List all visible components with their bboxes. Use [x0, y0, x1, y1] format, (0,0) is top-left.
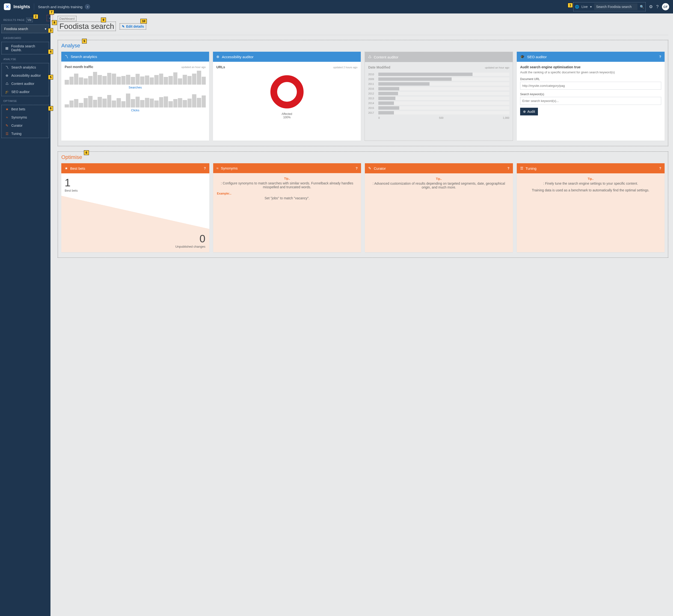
pulse-icon: 〽	[65, 54, 68, 59]
graduation-icon: 🎓	[520, 54, 525, 59]
star-icon: ★	[5, 107, 9, 111]
sidebar-item-accessibility[interactable]: ⊕Accessibility auditor	[2, 71, 49, 79]
sidebar-item-curator[interactable]: ✎Curator	[2, 122, 49, 130]
view-label[interactable]: Vie 2	[26, 18, 33, 22]
accessibility-icon: ⊕	[5, 73, 9, 77]
page-title: Foodista search	[59, 22, 114, 30]
pulse-icon: 〽	[5, 65, 9, 69]
section-heading-analyse: Analyse 5	[61, 42, 80, 49]
help-icon[interactable]: ?	[659, 166, 661, 170]
annotation-7: 7	[49, 10, 54, 15]
help-icon[interactable]: ?	[659, 55, 661, 59]
hbar-chart: 201020092011201620122013201420152017	[368, 72, 509, 115]
annotation-3: 3	[48, 28, 53, 33]
live-search-group: 1 🌐 Live ▾ 🔍	[573, 2, 646, 11]
section-heading-optimise: Optimise 6	[61, 154, 82, 160]
search-icon[interactable]: 🔍	[640, 5, 644, 9]
svg-point-0	[274, 78, 300, 105]
sidebar-item-best-bets[interactable]: ★Best bets	[2, 105, 49, 113]
chevron-down-icon: ▾	[45, 27, 46, 31]
context-label: Search and insights training	[38, 5, 82, 9]
card-seo-auditor: 🎓 SEO auditor ? Audit search engine opti…	[517, 52, 665, 141]
search-keywords-input[interactable]	[520, 97, 661, 105]
section-label-optimise: OPTIMISE	[3, 99, 17, 102]
sliders-icon: ☰	[520, 166, 523, 171]
headphones-icon: ♺	[368, 55, 371, 59]
annotation-6a: 6	[48, 106, 53, 111]
pencil-icon: ✎	[122, 24, 125, 28]
brush-icon: ✎	[5, 124, 9, 128]
clicks-chart	[65, 93, 206, 108]
section-label-results: RESULTS PAGE	[3, 18, 25, 21]
app-header: ✕ Insights Search and insights training …	[0, 0, 673, 13]
grid-icon: ▦	[5, 46, 9, 50]
globe-icon: 🌐	[575, 5, 579, 9]
section-label-dashboard: DASHBOARD	[3, 36, 21, 39]
card-curator[interactable]: ✎Curator? Tip.. : Advanced customization…	[365, 163, 513, 252]
sidebar-item-seo-auditor[interactable]: 🎓SEO auditor	[2, 88, 49, 96]
card-tuning[interactable]: ☰Tuning? Tip.. : Finely tune the search …	[517, 163, 665, 252]
sidebar-item-dashboard[interactable]: ▦ Foodista search Dashb.	[2, 42, 49, 54]
env-label: Live	[582, 5, 588, 9]
annotation-8: 8	[52, 20, 57, 25]
sidebar-optimise-block: ★Best bets ≈Synonyms ✎Curator ☰Tuning 6	[1, 105, 49, 138]
gear-icon[interactable]: ⚙	[649, 4, 653, 9]
star-icon: ★	[65, 166, 68, 171]
card-content-auditor[interactable]: ♺ Content auditor Date Modified updated …	[365, 52, 513, 141]
annotation-2: 2	[33, 14, 38, 19]
brush-icon: ✎	[368, 166, 371, 171]
analyse-section: Analyse 5 〽 Search analytics Past month …	[58, 40, 668, 146]
card-synonyms[interactable]: ≈Synonyms? Tip.. : Configure synonyms to…	[213, 163, 361, 252]
approx-icon: ≈	[5, 116, 9, 119]
help-icon[interactable]: ?	[204, 166, 206, 170]
breadcrumb: Dashboard	[58, 16, 76, 21]
sidebar: ‹ 7 RESULTS PAGE Vie 2 Foodista search ▾…	[0, 13, 50, 616]
annotation-6b: 6	[84, 150, 89, 155]
main-content: Dashboard 8 Foodista search 9 ✎ Edit det…	[50, 13, 673, 616]
context-switch-button[interactable]: ▾	[85, 4, 90, 9]
app-title: Insights	[13, 4, 30, 9]
document-url-input[interactable]	[520, 82, 661, 90]
help-icon[interactable]: ?	[507, 166, 509, 170]
section-label-analyse: ANALYSE	[3, 58, 16, 60]
card-search-analytics[interactable]: 〽 Search analytics Past month traffic up…	[61, 52, 209, 141]
annotation-10: 10	[140, 19, 147, 24]
audit-button[interactable]: ⊕ Audit	[520, 108, 538, 116]
sidebar-collection-select[interactable]: Foodista search ▾	[2, 25, 49, 33]
sliders-icon: ☰	[5, 132, 9, 136]
edit-details-button[interactable]: ✎ Edit details 10	[120, 23, 146, 30]
chevron-down-icon[interactable]: ▾	[590, 5, 592, 9]
help-icon[interactable]: ?	[656, 4, 659, 9]
optimise-section: Optimise 6 ★Best bets? 1 Best bets 0 Unp	[58, 152, 668, 258]
accessibility-icon: ⊕	[216, 54, 219, 59]
sidebar-item-search-analytics[interactable]: 〽Search analytics	[2, 63, 49, 71]
annotation-5b: 5	[82, 39, 87, 43]
search-input[interactable]	[594, 3, 637, 10]
plus-circle-icon: ⊕	[523, 110, 526, 114]
annotation-1: 1	[568, 3, 573, 8]
help-icon[interactable]: ?	[356, 166, 358, 170]
annotation-4: 4	[48, 49, 53, 54]
avatar[interactable]: CF	[662, 3, 669, 10]
approx-icon: ≈	[217, 166, 218, 170]
card-best-bets[interactable]: ★Best bets? 1 Best bets 0 Unpublished ch…	[61, 163, 209, 252]
sidebar-collection-block: Foodista search ▾ 3	[1, 24, 49, 33]
searches-chart	[65, 71, 206, 84]
donut-chart	[269, 74, 305, 110]
annotation-5a: 5	[48, 75, 53, 79]
logo: ✕	[4, 3, 11, 10]
headphones-icon: ♺	[5, 82, 9, 85]
sidebar-item-synonyms[interactable]: ≈Synonyms	[2, 113, 49, 122]
annotation-9: 9	[101, 18, 106, 22]
page-title-box: Foodista search 9	[58, 22, 116, 31]
sidebar-dashboard-block: ▦ Foodista search Dashb. 4	[1, 42, 49, 54]
graduation-icon: 🎓	[5, 90, 9, 94]
sidebar-item-content-auditor[interactable]: ♺Content auditor	[2, 79, 49, 88]
sidebar-analyse-block: 〽Search analytics ⊕Accessibility auditor…	[1, 63, 49, 96]
sidebar-item-tuning[interactable]: ☰Tuning	[2, 130, 49, 138]
card-accessibility[interactable]: ⊕ Accessibility auditor URLs updated 2 h…	[213, 52, 361, 141]
